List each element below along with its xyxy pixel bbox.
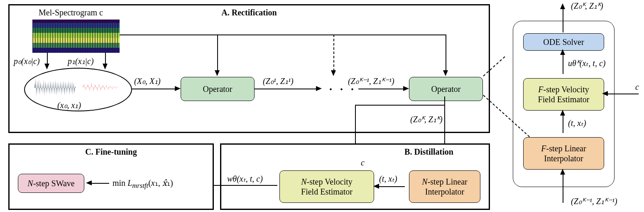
line [355,105,445,106]
line [132,89,176,89]
panel-b-title: B. Distillation [375,147,483,157]
p0-label: p₀(x₀|c) [14,56,40,66]
X0X1-label: (X₀, X₁) [134,76,161,86]
c-label: c [361,158,365,168]
operator-box-1: Operator [181,77,255,101]
line [209,185,277,186]
mel-caption: Mel-Spectrogram c [39,8,103,17]
operator-box-2: Operator [409,77,483,101]
line [105,53,106,64]
line [563,54,563,74]
line [217,35,333,35]
line [47,53,48,64]
side-bottom-in: (Z₀ᴷ⁻¹, Z₁ᴷ⁻¹) [571,196,617,206]
panel-finetuning: C. Fine-tuning N-step SWave min Lmrstft(… [8,143,214,210]
loss-label: min Lmrstft(x₁, x̂₁) [113,178,173,190]
w-theta-label: wθ(xₜ, t, c) [227,174,263,184]
arrow-left-icon [602,91,608,96]
arrow-up-icon [560,3,565,9]
line [358,89,404,89]
arrow-up-icon [560,110,565,116]
line-dashed [333,35,334,71]
line [217,35,218,71]
panel-distillation: B. Distillation c N-step VelocityField E… [220,143,490,210]
x0x1-label: (x₀, x₁) [57,100,81,110]
txt-label-side: (t, xₜ) [568,118,586,128]
f-velocity-estimator-box: F-step VelocityField Estimator [523,78,604,111]
line [444,96,445,106]
mel-spectrogram-image [32,20,120,53]
side-top-out: (Z₀ᴷ, Z₁ᴷ) [571,1,603,11]
panel-rectification: A. Rectification Mel-Spectrogram c p₀(x₀… [8,4,490,133]
arrow-down-icon [215,70,220,76]
line [563,115,563,133]
line [446,35,446,71]
line [91,183,109,184]
n-velocity-estimator-box: N-step VelocityField Estimator [279,170,374,203]
f-linear-interpolator-box: F-step LinearInterpolator [523,137,604,170]
txt-label-b: (t, xₜ) [379,174,397,184]
ode-solver-box: ODE Solver [523,33,604,51]
ZKm1-label: (Z₀ᴷ⁻¹, Z₁ᴷ⁻¹) [348,76,394,86]
arrow-down-icon [44,64,49,69]
arrow-down-icon [103,64,108,69]
u-theta-label: uθᴷ(xₜ, t, c) [568,58,605,68]
c-side-label: c [635,82,639,92]
n-linear-interpolator-box: N-step LinearInterpolator [409,170,480,203]
line [563,174,563,203]
p1-label: p₁(x₁|c) [68,56,94,66]
arrow-up-icon [560,169,565,175]
arrow-left-icon [373,184,379,189]
line [607,94,639,94]
arrow-down-icon [443,70,448,76]
line [255,89,317,89]
arrow-down-icon [331,70,336,76]
arrow-left-icon [86,180,92,185]
line [378,186,405,187]
panel-c-title: C. Fine-tuning [10,147,213,157]
Z1-label: (Z₀¹, Z₁¹) [263,76,294,86]
line [563,8,563,32]
ZK-output-label: (Z₀ᴷ, Z₁ᴷ) [410,114,443,124]
arrow-right-icon [316,86,322,91]
arrow-right-icon [175,86,181,91]
line [120,35,217,35]
n-step-swave-box: N-step SWave [18,174,84,193]
line [333,35,446,35]
arrow-right-icon [403,86,409,91]
arrow-up-icon [560,49,565,55]
